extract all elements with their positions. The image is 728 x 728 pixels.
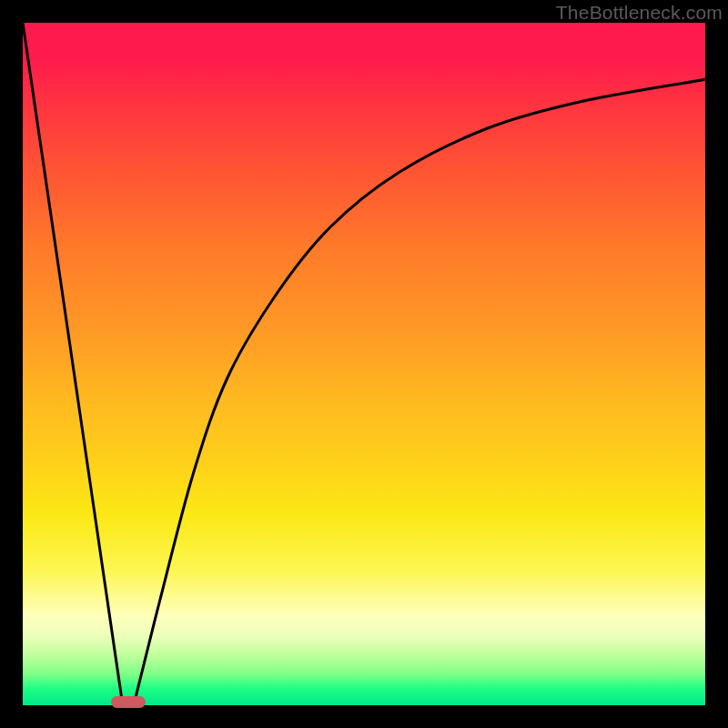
watermark-text: TheBottleneck.com	[556, 2, 723, 24]
plot-area	[23, 23, 705, 705]
curve-right	[136, 79, 705, 698]
curve-layer	[23, 23, 705, 705]
bottleneck-marker	[111, 696, 146, 708]
chart-root: TheBottleneck.com	[0, 0, 728, 728]
curve-left	[23, 23, 122, 699]
